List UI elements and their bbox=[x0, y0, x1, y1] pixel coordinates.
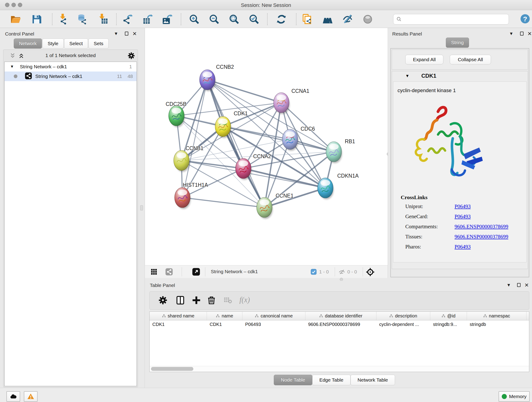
tab-string[interactable]: String bbox=[446, 38, 469, 48]
network-options-gear-icon[interactable] bbox=[127, 51, 135, 61]
zoom-out-icon[interactable] bbox=[209, 14, 220, 25]
network-canvas[interactable]: CCNB2CCNA1CDC25BCDK1CDC6RB1CCNB1CCNA2CDK… bbox=[145, 28, 388, 265]
network-node-labels: CCNB2CCNA1CDC25BCDK1CDC6RB1CCNB1CCNA2CDK… bbox=[166, 64, 359, 199]
control-panel-menu-icon[interactable]: ▼ bbox=[114, 31, 118, 36]
tree-expand-caret-icon[interactable]: ▼ bbox=[10, 64, 14, 69]
network-edge-CCNB2-RB1[interactable] bbox=[207, 80, 334, 152]
left-splitter-handle[interactable] bbox=[140, 205, 143, 211]
network-edge-HIST1H1A-CCNE1[interactable] bbox=[182, 198, 264, 207]
column-header-shared-name[interactable]: shared name bbox=[150, 312, 207, 320]
table-hscrollbar-thumb[interactable] bbox=[151, 367, 193, 371]
network-edge-CCNB2-HIST1H1A[interactable] bbox=[182, 80, 207, 198]
toolbar-separator bbox=[181, 13, 181, 25]
crosslink-value-link[interactable]: P06493 bbox=[455, 204, 471, 210]
network-row-selected[interactable]: String Network – cdk1 11 48 bbox=[5, 71, 137, 81]
import-network-icon[interactable] bbox=[57, 14, 68, 25]
table-options-gear-icon[interactable] bbox=[158, 295, 169, 306]
table-toolbar: f(x) bbox=[149, 291, 529, 310]
fit-content-crosshair-icon[interactable] bbox=[366, 268, 375, 278]
table-panel-float-icon[interactable] bbox=[517, 283, 520, 287]
selected-checkbox-icon[interactable] bbox=[311, 269, 317, 276]
network-node-CDC25B[interactable] bbox=[169, 106, 185, 127]
create-column-plus-icon[interactable] bbox=[191, 295, 202, 306]
search-network-icon[interactable] bbox=[322, 14, 333, 25]
column-header-name[interactable]: name bbox=[207, 312, 242, 320]
search-box[interactable] bbox=[393, 14, 509, 25]
column-header--id[interactable]: @id bbox=[430, 312, 467, 320]
show-columns-icon[interactable] bbox=[175, 295, 186, 306]
network-collection-row[interactable]: ▼ String Network – cdk1 1 bbox=[5, 62, 137, 71]
network-node-HIST1H1A[interactable] bbox=[175, 187, 191, 209]
tab-style[interactable]: Style bbox=[42, 38, 64, 49]
export-network-icon[interactable] bbox=[122, 14, 133, 25]
delete-column-trash-icon[interactable] bbox=[206, 295, 217, 306]
tab-network[interactable]: Network bbox=[14, 38, 42, 49]
table-panel-close-icon[interactable]: ✕ bbox=[525, 282, 529, 288]
show-panel-icon[interactable] bbox=[362, 14, 373, 25]
crosslink-value-link[interactable]: P06493 bbox=[455, 214, 471, 220]
results-panel-float-icon[interactable] bbox=[520, 32, 524, 36]
crosslink-value-link[interactable]: 9606.ENSP00000378699 bbox=[455, 234, 508, 240]
network-node-CDK1[interactable] bbox=[215, 116, 231, 138]
export-table-icon[interactable] bbox=[142, 14, 153, 25]
toolbar-separator bbox=[116, 13, 117, 25]
import-database-icon[interactable] bbox=[76, 14, 87, 25]
network-node-CCNA2[interactable] bbox=[235, 158, 252, 180]
tab-edge-table[interactable]: Edge Table bbox=[312, 375, 351, 385]
cloud-status-button[interactable] bbox=[6, 391, 20, 402]
tab-select[interactable]: Select bbox=[64, 38, 88, 49]
warning-status-button[interactable] bbox=[24, 391, 38, 402]
zoom-in-icon[interactable] bbox=[189, 14, 200, 25]
network-node-CDC6[interactable] bbox=[282, 129, 298, 151]
crosslink-value-link[interactable]: P06493 bbox=[455, 244, 471, 250]
birds-eye-view-icon[interactable] bbox=[151, 268, 157, 276]
network-node-RB1[interactable] bbox=[326, 142, 342, 163]
horizontal-splitter-handle[interactable] bbox=[340, 278, 343, 281]
search-icon bbox=[396, 16, 402, 22]
network-edge-CDK1-RB1[interactable] bbox=[223, 127, 334, 152]
table-row[interactable]: CDK1CDK1P064939606.ENSP00000378699cyclin… bbox=[150, 320, 529, 329]
network-edge-CCNB2-CCNA1[interactable] bbox=[207, 80, 281, 103]
collapse-caret-icon[interactable]: ▼ bbox=[405, 74, 409, 78]
control-panel-close-icon[interactable]: ✕ bbox=[133, 31, 137, 37]
network-node-CCNA1[interactable] bbox=[273, 93, 290, 114]
open-in-window-icon[interactable] bbox=[192, 268, 200, 277]
clone-network-icon[interactable] bbox=[302, 14, 312, 25]
network-node-CCNE1[interactable] bbox=[257, 197, 273, 219]
table-panel-menu-icon[interactable]: ▼ bbox=[507, 283, 511, 288]
open-session-icon[interactable] bbox=[10, 14, 21, 25]
network-node-CCNB1[interactable] bbox=[174, 150, 190, 172]
string-panel-toggle-icon[interactable] bbox=[165, 268, 173, 277]
import-table-icon[interactable] bbox=[97, 14, 108, 25]
export-image-icon[interactable] bbox=[162, 14, 173, 25]
save-session-icon[interactable] bbox=[31, 14, 42, 25]
results-panel-close-icon[interactable]: ✕ bbox=[527, 31, 532, 37]
crosslink-value-link[interactable]: 9606.ENSP00000378699 bbox=[455, 224, 508, 230]
results-panel-menu-icon[interactable]: ▼ bbox=[509, 31, 513, 36]
column-header-namespac[interactable]: namespac bbox=[467, 312, 526, 320]
network-edge-CDKN1A-CCNE1[interactable] bbox=[264, 188, 325, 207]
results-panel: Results Panel ▼ ✕ String Expand All Coll… bbox=[388, 28, 532, 279]
expand-all-button[interactable]: Expand All bbox=[405, 55, 443, 64]
tab-sets[interactable]: Sets bbox=[89, 38, 109, 49]
help-button[interactable]: ? bbox=[520, 13, 530, 25]
control-panel-float-icon[interactable] bbox=[125, 32, 128, 36]
table-hscrollbar[interactable] bbox=[150, 366, 529, 371]
zoom-selected-icon[interactable] bbox=[249, 14, 260, 25]
tab-node-table[interactable]: Node Table bbox=[274, 375, 312, 385]
memory-button[interactable]: Memory bbox=[499, 391, 530, 402]
hide-panel-icon[interactable] bbox=[342, 14, 353, 25]
zoom-fit-icon[interactable] bbox=[229, 14, 240, 25]
network-node-CDKN1A[interactable] bbox=[317, 178, 334, 199]
tab-network-table[interactable]: Network Table bbox=[351, 375, 395, 385]
collapse-all-button[interactable]: Collapse All bbox=[450, 55, 491, 64]
column-header-canonical-name[interactable]: canonical name bbox=[242, 312, 305, 320]
refresh-layout-icon[interactable] bbox=[276, 14, 287, 25]
title-bar: Session: New Session bbox=[0, 0, 532, 10]
column-header-description[interactable]: description bbox=[376, 312, 430, 320]
network-edges bbox=[177, 80, 334, 207]
column-header-database-identifier[interactable]: database identifier bbox=[305, 312, 376, 320]
network-node-CCNB2[interactable] bbox=[200, 70, 215, 91]
search-input[interactable] bbox=[402, 17, 503, 22]
network-edge-CCNB2-CCNE1[interactable] bbox=[207, 80, 264, 207]
